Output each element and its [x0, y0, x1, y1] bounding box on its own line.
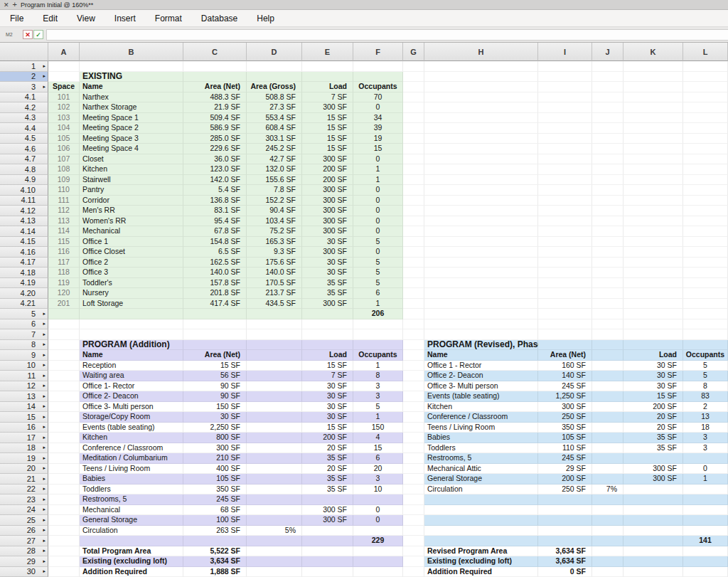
cell-I15[interactable]: 250 SF [538, 412, 592, 423]
column-header-J[interactable]: J [592, 43, 623, 61]
cell-I4.21[interactable] [538, 299, 592, 309]
cell-H19[interactable]: Restrooms, 5 [424, 453, 538, 464]
cell-E16[interactable]: 15 SF [302, 423, 353, 433]
cell-E18[interactable]: 20 SF [302, 443, 353, 454]
cell-L24[interactable] [683, 505, 728, 516]
cell-J4.19[interactable] [592, 278, 623, 289]
cell-I4.19[interactable] [538, 278, 592, 289]
cell-K18[interactable]: 35 SF [623, 443, 683, 454]
cell-D29[interactable] [247, 556, 302, 567]
cell-H20[interactable]: Mechanical Attic [424, 464, 538, 475]
cell-G4.9[interactable] [403, 175, 424, 186]
cell-K4.5[interactable] [623, 134, 683, 144]
cell-G29[interactable] [403, 556, 424, 567]
cell-I13[interactable]: 1,250 SF [538, 391, 592, 402]
cell-A16[interactable] [48, 423, 80, 433]
cell-K4.4[interactable] [623, 123, 683, 134]
cell-C8[interactable] [183, 340, 247, 351]
cell-I4.11[interactable] [538, 196, 592, 206]
cell-E4.8[interactable]: 200 SF [302, 164, 353, 175]
cell-K4.11[interactable] [623, 196, 683, 206]
menu-insert[interactable]: Insert [114, 14, 136, 23]
cell-L4.10[interactable] [683, 185, 728, 196]
cell-C27[interactable] [183, 536, 247, 546]
cell-D4.21[interactable]: 434.5 SF [247, 299, 302, 309]
cell-G4.18[interactable] [403, 268, 424, 278]
cell-B29[interactable]: Existing (excluding loft) [80, 556, 183, 567]
row-disclosure-icon[interactable]: ▸ [43, 414, 46, 420]
cell-D4.8[interactable]: 132.0 SF [247, 164, 302, 175]
cell-L22[interactable] [683, 485, 728, 495]
cell-L4.19[interactable] [683, 278, 728, 289]
row-disclosure-icon[interactable]: ▸ [43, 445, 46, 450]
cell-C14[interactable]: 150 SF [183, 402, 247, 413]
cell-D17[interactable] [247, 433, 302, 443]
row-disclosure-icon[interactable]: ▸ [43, 393, 46, 399]
row-disclosure-icon[interactable]: ▸ [43, 476, 46, 482]
cell-I7[interactable] [538, 329, 592, 340]
cell-K4.9[interactable] [623, 175, 683, 186]
cell-D4.2[interactable]: 27.3 SF [247, 102, 302, 113]
cell-F4.14[interactable]: 0 [353, 226, 403, 237]
row-disclosure-icon[interactable]: ▸ [43, 568, 46, 574]
cell-G15[interactable] [403, 412, 424, 423]
cell-D26[interactable]: 5% [247, 526, 302, 536]
cell-K9[interactable]: Load [623, 350, 683, 361]
cell-K5[interactable] [623, 309, 683, 319]
cell-reference[interactable]: M2 [6, 32, 23, 37]
cell-G23[interactable] [403, 494, 424, 505]
cell-F4.8[interactable]: 1 [353, 164, 403, 175]
cell-G3[interactable] [403, 82, 424, 92]
cell-G4.1[interactable] [403, 92, 424, 103]
cell-E25[interactable]: 300 SF [302, 515, 353, 526]
cell-L4.16[interactable] [683, 247, 728, 258]
cell-J18[interactable] [592, 443, 623, 454]
cell-J4.5[interactable] [592, 134, 623, 144]
cell-J4.12[interactable] [592, 206, 623, 216]
cell-B4.9[interactable]: Stairwell [80, 175, 183, 186]
cell-K24[interactable] [623, 505, 683, 516]
cell-A23[interactable] [48, 494, 80, 505]
cell-C5[interactable] [183, 309, 247, 319]
cell-I8[interactable] [538, 340, 592, 351]
cell-G4.6[interactable] [403, 144, 424, 154]
row-header-21[interactable]: 21▸ [0, 474, 48, 485]
cell-L11[interactable]: 5 [683, 371, 728, 381]
cell-H16[interactable]: Teens / Living Room [424, 423, 538, 433]
cell-I10[interactable]: 160 SF [538, 361, 592, 371]
cell-L5[interactable] [683, 309, 728, 319]
cell-G4.20[interactable] [403, 288, 424, 299]
cell-K4.6[interactable] [623, 144, 683, 154]
cell-C4.20[interactable]: 201.8 SF [183, 288, 247, 299]
cell-F5[interactable]: 206 [353, 309, 403, 319]
cell-E17[interactable]: 200 SF [302, 433, 353, 443]
cell-H28[interactable]: Revised Program Area [424, 546, 538, 557]
cell-F21[interactable]: 3 [353, 474, 403, 485]
cell-L20[interactable]: 0 [683, 464, 728, 475]
cell-E12[interactable]: 30 SF [302, 381, 353, 392]
row-header-4.20[interactable]: 4.20 [0, 288, 48, 299]
cell-H13[interactable]: Events (table seating) [424, 391, 538, 402]
cell-C19[interactable]: 210 SF [183, 453, 247, 464]
cell-I25[interactable] [538, 515, 592, 526]
cell-H10[interactable]: Office 1 - Rector [424, 361, 538, 371]
cell-A4.5[interactable]: 105 [48, 134, 80, 144]
cell-K26[interactable] [623, 526, 683, 536]
cell-E4.17[interactable]: 30 SF [302, 258, 353, 268]
cell-I26[interactable] [538, 526, 592, 536]
cell-B24[interactable]: Mechanical [80, 505, 183, 516]
cell-E4.12[interactable]: 300 SF [302, 206, 353, 216]
menu-edit[interactable]: Edit [43, 14, 58, 23]
cell-B4.12[interactable]: Men's RR [80, 206, 183, 216]
cell-C20[interactable]: 400 SF [183, 464, 247, 475]
cell-G28[interactable] [403, 546, 424, 557]
cell-E30[interactable] [302, 567, 353, 577]
row-disclosure-icon[interactable]: ▸ [43, 497, 46, 502]
cell-F4.9[interactable]: 1 [353, 175, 403, 186]
cell-G9[interactable] [403, 350, 424, 361]
cell-J29[interactable] [592, 556, 623, 567]
cell-G4.4[interactable] [403, 123, 424, 134]
cell-H4.11[interactable] [424, 196, 538, 206]
cell-F4.15[interactable]: 5 [353, 237, 403, 248]
cell-C4.9[interactable]: 142.0 SF [183, 175, 247, 186]
